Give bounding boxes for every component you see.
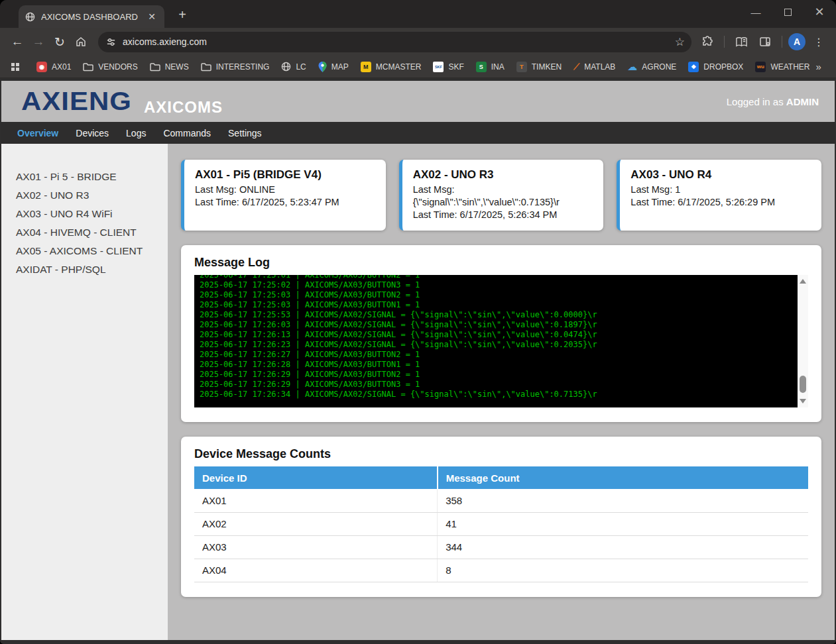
log-line: 2025-06-17 17:26:13 | AXICOMS/AX02/SIGNA… (200, 330, 798, 340)
bookmark-skf[interactable]: SKF SKF (427, 59, 469, 75)
side-panel-icon[interactable] (754, 31, 776, 52)
table-row[interactable]: AX04 8 (194, 559, 808, 582)
nav-overview[interactable]: Overview (17, 128, 58, 138)
toolbar-divider (782, 36, 782, 48)
scroll-up-icon[interactable] (800, 279, 806, 284)
url-text[interactable]: axicoms.axieng.com (123, 36, 675, 47)
sidebar-item-ax02[interactable]: AX02 - UNO R3 (16, 186, 168, 205)
app-name: AXICOMS (144, 98, 223, 117)
device-card-ax02[interactable]: AX02 - UNO R3 Last Msg: {\"signal\":\"si… (399, 160, 604, 231)
table-row[interactable]: AX03 344 (194, 535, 808, 559)
browser-window: AXICOMS DASHBOARD V4 ✕ + — ✕ ← → ↻ axico… (0, 0, 836, 644)
card-last-msg-payload: {\"signal\":\"sin\",\"value\":0.7135}\r (413, 196, 593, 209)
sidebar-item-ax05[interactable]: AX05 - AXICOMS - CLIENT (16, 242, 168, 260)
log-line: 2025-06-17 17:26:03 | AXICOMS/AX02/SIGNA… (200, 320, 798, 330)
dropbox-icon: ❖ (688, 62, 699, 72)
ina-icon: S (476, 62, 487, 72)
folder-icon (150, 62, 160, 72)
col-device-id: Device ID (194, 466, 438, 489)
sidebar-item-ax01[interactable]: AX01 - Pi 5 - BRIDGE (16, 168, 168, 186)
bookmark-weather[interactable]: wu WEATHER (749, 59, 815, 75)
bookmark-dropbox[interactable]: ❖ DROPBOX (682, 59, 749, 75)
bookmarks-overflow-icon[interactable]: » (815, 61, 830, 72)
minimize-button[interactable]: — (748, 7, 763, 18)
site-nav: Overview Devices Logs Commands Settings (1, 122, 835, 144)
bookmark-agrone[interactable]: ☁ AGRONE (621, 59, 682, 75)
log-line: 2025-06-17 17:26:29 | AXICOMS/AX03/BUTTO… (200, 380, 798, 390)
nav-settings[interactable]: Settings (228, 128, 262, 138)
table-row[interactable]: AX02 41 (194, 512, 808, 535)
sidebar-item-axidat[interactable]: AXIDAT - PHP/SQL (16, 260, 168, 279)
web-page: AXIENG AXICOMS Logged in as ADMIN Overvi… (0, 78, 836, 644)
card-title: AX03 - UNO R4 (630, 168, 811, 182)
cell-message-count: 344 (438, 535, 808, 559)
scroll-down-icon[interactable] (800, 399, 806, 403)
tab-title: AXICOMS DASHBOARD V4 (41, 12, 140, 22)
scrollbar-thumb[interactable] (800, 376, 806, 393)
cell-device-id: AX03 (194, 535, 438, 559)
tab-close-icon[interactable]: ✕ (146, 11, 158, 23)
bookmarks-bar: ◉ AX01 VENDORS NEWS INTERESTING LC MAP M… (0, 56, 836, 78)
cell-message-count: 8 (438, 559, 808, 582)
cell-message-count: 41 (438, 512, 808, 535)
forward-icon[interactable]: → (28, 31, 49, 52)
globe-icon (25, 12, 35, 22)
sidebar-item-ax03[interactable]: AX03 - UNO R4 WiFi (16, 205, 168, 223)
bookmark-vendors[interactable]: VENDORS (77, 59, 143, 75)
toolbar-divider (724, 36, 725, 48)
menu-kebab-icon[interactable]: ⋮ (808, 31, 829, 52)
tab-strip: AXICOMS DASHBOARD V4 ✕ + — ✕ (0, 0, 836, 28)
card-last-msg: Last Msg: 1 (630, 184, 811, 196)
nav-logs[interactable]: Logs (126, 128, 146, 138)
folder-icon (201, 62, 211, 72)
device-card-ax03[interactable]: AX03 - UNO R4 Last Msg: 1 Last Time: 6/1… (617, 160, 821, 231)
matlab-icon: ⟋ (573, 62, 579, 72)
card-last-time: Last Time: 6/17/2025, 5:26:34 PM (413, 209, 593, 221)
nav-devices[interactable]: Devices (76, 128, 109, 138)
home-icon[interactable] (70, 31, 91, 52)
card-last-time: Last Time: 6/17/2025, 5:23:47 PM (195, 196, 375, 209)
reload-icon[interactable]: ↻ (49, 31, 70, 52)
bookmark-ina[interactable]: S INA (470, 59, 510, 75)
log-line: 2025-06-17 17:25:03 | AXICOMS/AX03/BUTTO… (200, 290, 798, 300)
cell-device-id: AX02 (194, 512, 438, 535)
extensions-icon[interactable] (697, 31, 718, 52)
cell-message-count: 358 (438, 489, 808, 512)
card-last-msg: Last Msg: (413, 184, 593, 196)
axieng-logo: AXIENG (21, 89, 132, 115)
message-counts-table: Device ID Message Count AX01 358 AX02 (194, 466, 808, 582)
address-bar[interactable]: axicoms.axieng.com ☆ (98, 32, 691, 52)
cell-device-id: AX01 (194, 489, 438, 512)
message-log-terminal[interactable]: 2025-06-17 17:25:01 | AXICOMS/AX03/BUTTO… (194, 275, 798, 407)
skf-icon: SKF (433, 62, 444, 72)
message-log-title: Message Log (194, 256, 808, 270)
browser-tab[interactable]: AXICOMS DASHBOARD V4 ✕ (19, 5, 164, 28)
bookmark-lc[interactable]: LC (275, 59, 312, 75)
log-line: 2025-06-17 17:25:03 | AXICOMS/AX03/BUTTO… (200, 300, 798, 310)
log-scrollbar[interactable] (798, 275, 808, 407)
apps-grid-icon[interactable] (7, 58, 24, 76)
back-icon[interactable]: ← (7, 31, 28, 52)
new-tab-button[interactable]: + (174, 7, 191, 23)
nav-commands[interactable]: Commands (163, 128, 211, 138)
bookmark-map[interactable]: MAP (312, 59, 355, 75)
bookmark-timken[interactable]: T TIMKEN (510, 59, 567, 75)
card-last-time: Last Time: 6/17/2025, 5:26:29 PM (630, 196, 811, 209)
sidebar-item-ax04[interactable]: AX04 - HIVEMQ - CLIENT (16, 223, 168, 242)
close-button[interactable]: ✕ (812, 5, 827, 19)
bookmark-star-icon[interactable]: ☆ (675, 35, 685, 49)
maximize-button[interactable] (780, 7, 795, 18)
bookmark-matlab[interactable]: ⟋ MATLAB (567, 59, 621, 75)
table-row[interactable]: AX01 358 (194, 489, 808, 512)
folder-icon (83, 62, 93, 72)
device-sidebar: AX01 - Pi 5 - BRIDGE AX02 - UNO R3 AX03 … (1, 144, 168, 640)
site-settings-icon[interactable] (106, 37, 116, 47)
reading-list-icon[interactable] (731, 31, 752, 52)
bookmark-ax01[interactable]: ◉ AX01 (30, 59, 77, 75)
device-card-ax01[interactable]: AX01 - Pi5 (BRIDGE V4) Last Msg: ONLINE … (181, 160, 386, 231)
cell-device-id: AX04 (194, 559, 438, 582)
bookmark-interesting[interactable]: INTERESTING (195, 59, 276, 75)
bookmark-mcmaster[interactable]: M MCMASTER (355, 59, 428, 75)
profile-avatar[interactable]: A (788, 33, 806, 50)
bookmark-news[interactable]: NEWS (144, 59, 195, 75)
